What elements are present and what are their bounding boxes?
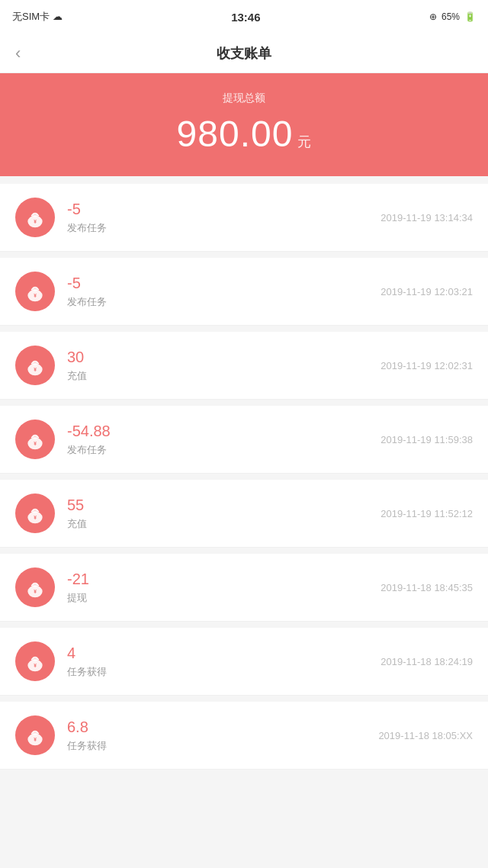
money-bag-icon: ¥ [15, 493, 55, 533]
separator [0, 474, 488, 480]
battery-label: 65% [441, 11, 460, 22]
transaction-amount: -5 [67, 275, 368, 292]
transaction-item: ¥ -54.88 发布任务 2019-11-19 11:59:38 [0, 406, 488, 474]
transaction-type: 充值 [67, 517, 368, 531]
money-bag-icon: ¥ [15, 567, 55, 607]
transaction-type: 任务获得 [67, 665, 368, 679]
transaction-list: ¥ -5 发布任务 2019-11-19 13:14:34 ¥ -5 发布任务 … [0, 176, 488, 770]
balance-amount: 980.00 元 [15, 113, 473, 155]
balance-unit: 元 [297, 133, 311, 151]
svg-point-22 [32, 731, 37, 735]
transaction-info: -5 发布任务 [67, 275, 368, 309]
nav-header: ‹ 收支账单 [0, 34, 488, 73]
transaction-type: 提现 [67, 591, 368, 605]
money-bag-icon: ¥ [15, 272, 55, 311]
svg-text:¥: ¥ [34, 663, 37, 668]
balance-number: 980.00 [177, 113, 294, 155]
separator [0, 326, 488, 332]
svg-text:¥: ¥ [34, 441, 37, 446]
balance-label: 提现总额 [15, 92, 473, 105]
transaction-amount: 6.8 [67, 719, 366, 736]
money-bag-icon: ¥ [15, 641, 55, 681]
svg-point-1 [32, 214, 37, 217]
page-title: 收支账单 [217, 44, 271, 63]
transaction-item: ¥ 55 充值 2019-11-19 11:52:12 [0, 480, 488, 548]
transaction-date: 2019-11-19 11:59:38 [380, 434, 473, 445]
svg-text:¥: ¥ [34, 515, 37, 520]
transaction-info: 55 充值 [67, 497, 368, 531]
separator [0, 696, 488, 702]
no-sim-label: 无SIM卡 ☁ [12, 10, 63, 24]
transaction-item: ¥ -21 提现 2019-11-18 18:45:35 [0, 554, 488, 622]
transaction-type: 发布任务 [67, 443, 368, 457]
svg-text:¥: ¥ [34, 737, 37, 742]
balance-banner: 提现总额 980.00 元 [0, 73, 488, 176]
status-bar: 无SIM卡 ☁ 13:46 ⊕ 65% 🔋 [0, 0, 488, 34]
transaction-item: ¥ 30 充值 2019-11-19 12:02:31 [0, 332, 488, 400]
transaction-amount: 55 [67, 497, 368, 514]
status-left: 无SIM卡 ☁ [12, 10, 63, 24]
transaction-date: 2019-11-19 11:52:12 [380, 508, 473, 519]
transaction-date: 2019-11-18 18:05:XX [378, 730, 473, 741]
money-bag-icon: ¥ [15, 346, 55, 385]
transaction-amount: 30 [67, 349, 368, 366]
transaction-date: 2019-11-18 18:24:19 [380, 656, 473, 667]
separator [0, 252, 488, 258]
status-right: ⊕ 65% 🔋 [429, 11, 476, 22]
transaction-type: 发布任务 [67, 221, 368, 235]
separator [0, 622, 488, 628]
transaction-type: 任务获得 [67, 739, 366, 753]
transaction-info: -21 提现 [67, 571, 368, 605]
transaction-item: ¥ -5 发布任务 2019-11-19 13:14:34 [0, 184, 488, 252]
transaction-amount: -5 [67, 201, 368, 218]
money-bag-icon: ¥ [15, 420, 55, 459]
lock-icon: ⊕ [429, 11, 437, 22]
transaction-info: -5 发布任务 [67, 201, 368, 235]
separator [0, 400, 488, 406]
transaction-date: 2019-11-19 12:02:31 [380, 360, 473, 371]
svg-point-7 [32, 362, 37, 365]
svg-text:¥: ¥ [34, 293, 37, 298]
transaction-info: 6.8 任务获得 [67, 719, 366, 753]
battery-icon: 🔋 [464, 11, 476, 22]
status-time: 13:46 [231, 11, 260, 24]
transaction-amount: -21 [67, 571, 368, 588]
transaction-item: ¥ 4 任务获得 2019-11-18 18:24:19 [0, 628, 488, 696]
svg-point-10 [32, 436, 37, 439]
transaction-amount: -54.88 [67, 423, 368, 440]
svg-text:¥: ¥ [34, 219, 37, 224]
svg-text:¥: ¥ [34, 367, 37, 372]
svg-point-13 [32, 510, 37, 513]
transaction-amount: 4 [67, 645, 368, 662]
svg-point-4 [32, 288, 37, 291]
separator [0, 548, 488, 554]
transaction-date: 2019-11-19 12:03:21 [380, 286, 473, 297]
transaction-type: 充值 [67, 369, 368, 383]
transaction-date: 2019-11-18 18:45:35 [380, 582, 473, 593]
back-button[interactable]: ‹ [15, 45, 21, 62]
svg-point-19 [32, 657, 37, 661]
svg-text:¥: ¥ [34, 589, 37, 594]
transaction-info: -54.88 发布任务 [67, 423, 368, 457]
transaction-date: 2019-11-19 13:14:34 [380, 212, 473, 223]
svg-point-16 [32, 583, 37, 587]
money-bag-icon: ¥ [15, 715, 55, 755]
transaction-item: ¥ -5 发布任务 2019-11-19 12:03:21 [0, 258, 488, 326]
transaction-type: 发布任务 [67, 295, 368, 309]
transaction-item: ¥ 6.8 任务获得 2019-11-18 18:05:XX [0, 702, 488, 770]
transaction-info: 30 充值 [67, 349, 368, 383]
money-bag-icon: ¥ [15, 198, 55, 237]
transaction-info: 4 任务获得 [67, 645, 368, 679]
